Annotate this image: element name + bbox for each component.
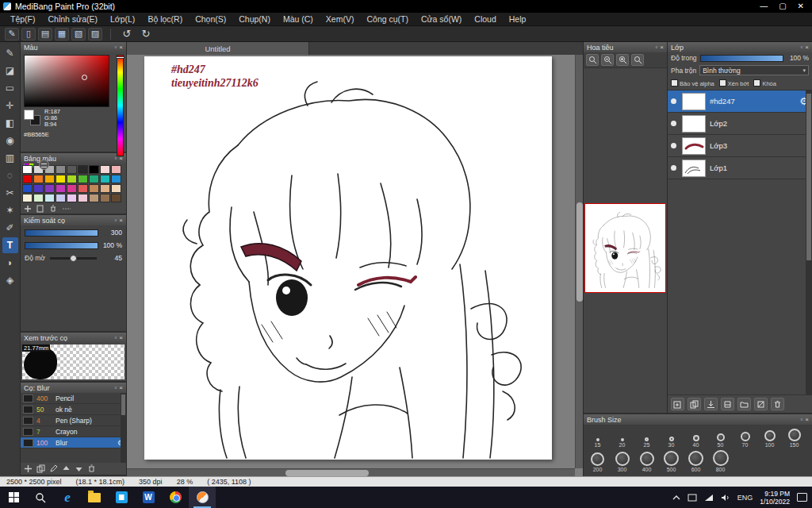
brush-size-150[interactable]: 150	[782, 429, 806, 448]
panel-close-icon[interactable]: ×	[119, 383, 123, 393]
palette-swatch[interactable]	[78, 194, 88, 202]
layer-row-lop1[interactable]: Lớp1	[668, 157, 812, 179]
panel-float-icon[interactable]: ▫	[114, 383, 117, 393]
store-icon[interactable]	[108, 487, 135, 508]
panel-float-icon[interactable]: ▫	[800, 414, 802, 425]
brush-list-scrollbar[interactable]	[121, 393, 126, 463]
palette-swatch[interactable]	[78, 165, 88, 174]
layer-row-hd247[interactable]: #hd247 ⚙	[668, 90, 812, 113]
language-indicator[interactable]: ENG	[737, 494, 753, 502]
palette-swatch[interactable]	[44, 184, 55, 193]
select-rect-tool[interactable]: ▭	[2, 80, 18, 96]
delete-color-icon[interactable]	[49, 205, 57, 213]
material-icon[interactable]: ▧	[71, 28, 86, 40]
brush-size-100[interactable]: 100	[757, 429, 782, 448]
select-ellipse-tool[interactable]: ◌	[2, 167, 18, 183]
saturation-value-picker[interactable]	[24, 55, 109, 107]
duplicate-brush-icon[interactable]	[36, 464, 45, 473]
brush-item-pen-sharp[interactable]: 4 Pen (Sharp)	[21, 415, 126, 426]
minimize-button[interactable]: —	[760, 0, 768, 13]
protect-alpha-checkbox[interactable]: Bảo vệ alpha	[671, 79, 714, 87]
tablet-status-icon[interactable]	[688, 494, 697, 502]
horizontal-scroll-thumb[interactable]	[285, 470, 369, 476]
palette-swatch[interactable]	[111, 165, 121, 174]
canvas-viewport[interactable]: #hd247 tieuyeitinh27112k6	[127, 55, 583, 476]
menu-item[interactable]: Help	[504, 13, 532, 25]
move-tool[interactable]: ✛	[2, 98, 18, 114]
volume-icon[interactable]	[721, 494, 730, 502]
eraser-tool[interactable]: ◪	[2, 63, 18, 79]
grid-icon[interactable]: ▦	[55, 28, 69, 40]
delete-brush-icon[interactable]	[87, 464, 96, 473]
zoom-out-icon[interactable]	[601, 54, 614, 66]
palette-swatch[interactable]	[78, 184, 88, 193]
palette-swatch[interactable]	[89, 175, 99, 183]
bucket-tool[interactable]: ◉	[2, 133, 18, 148]
chrome-icon[interactable]	[162, 487, 189, 508]
menu-item[interactable]: Lớp(L)	[105, 13, 140, 25]
palette-swatch[interactable]	[56, 194, 66, 202]
brush-size-300[interactable]: 300	[610, 450, 634, 472]
clear-layer-icon[interactable]	[754, 398, 768, 410]
fg-bg-color-chips[interactable]	[24, 110, 44, 127]
brush-item-blur-selected[interactable]: 100 Blur ⚙	[21, 437, 126, 448]
action-center-icon[interactable]	[797, 493, 807, 502]
zoom-in-icon[interactable]	[616, 54, 629, 66]
brush-down-icon[interactable]	[75, 464, 83, 473]
brush-edit-icon[interactable]: ✎	[5, 28, 19, 40]
palette-swatch[interactable]	[111, 175, 121, 183]
palette-swatch[interactable]	[111, 194, 121, 202]
zoom-reset-icon[interactable]	[631, 54, 644, 66]
layers-scroll-thumb[interactable]	[806, 94, 811, 260]
table-icon[interactable]: ▨	[88, 28, 102, 40]
menu-item[interactable]: Màu (C)	[278, 13, 319, 25]
palette-swatch[interactable]	[22, 184, 33, 193]
menu-item[interactable]: Bộ lọc(R)	[142, 13, 188, 25]
brush-size-500[interactable]: 500	[659, 450, 684, 472]
brush-size-70[interactable]: 70	[733, 429, 757, 448]
layer-visibility-icon[interactable]	[671, 121, 676, 126]
zoom-fit-icon[interactable]	[586, 54, 599, 66]
canvas-horizontal-scrollbar[interactable]	[127, 468, 575, 476]
redo-button[interactable]: ↻	[138, 28, 154, 40]
layer-visibility-icon[interactable]	[671, 143, 676, 148]
layers-scrollbar[interactable]	[806, 90, 812, 394]
menu-item[interactable]: Tệp(F)	[5, 13, 41, 25]
transfer-layer-icon[interactable]	[721, 398, 734, 410]
delete-layer-icon[interactable]	[771, 398, 784, 410]
menu-item[interactable]: Chỉnh sửa(E)	[43, 13, 103, 25]
undo-button[interactable]: ↺	[119, 28, 135, 40]
palette-swatch[interactable]	[22, 175, 33, 183]
panel-float-icon[interactable]: ▫	[800, 42, 802, 52]
comment-icon[interactable]: ▤	[38, 28, 52, 40]
blur-slider[interactable]	[50, 257, 97, 260]
duplicate-layer-icon[interactable]	[688, 398, 701, 410]
color-sliders-icon[interactable]	[39, 160, 49, 170]
palette-swatch[interactable]	[89, 184, 99, 193]
new-page-icon[interactable]: ▯	[21, 28, 36, 40]
brush-size-40[interactable]: 40	[684, 429, 708, 448]
search-button[interactable]	[27, 487, 54, 508]
close-button[interactable]: ✕	[798, 0, 804, 13]
brush-tool[interactable]: ✎	[2, 45, 18, 61]
menu-item[interactable]: Cửa sổ(W)	[416, 13, 467, 25]
layer-visibility-icon[interactable]	[671, 98, 676, 104]
palette-swatch[interactable]	[67, 184, 77, 193]
network-icon[interactable]	[704, 494, 714, 502]
tray-chevron-up-icon[interactable]	[672, 495, 680, 501]
palette-swatch[interactable]	[89, 194, 99, 202]
brush-size-600[interactable]: 600	[684, 450, 708, 472]
file-explorer-icon[interactable]	[81, 487, 108, 508]
text-tool[interactable]: T	[2, 237, 18, 253]
brush-size-800[interactable]: 800	[708, 450, 733, 472]
palette-swatch[interactable]	[33, 194, 44, 202]
palette-swatch[interactable]	[89, 165, 99, 174]
panel-float-icon[interactable]: ▫	[114, 215, 117, 225]
brush-item-okne[interactable]: 50 ok nè	[21, 404, 126, 415]
palette-swatch[interactable]	[100, 175, 110, 183]
brush-size-200[interactable]: 200	[585, 450, 610, 472]
layer-row-lop2[interactable]: Lớp2	[668, 113, 812, 135]
medibang-taskbar-icon[interactable]	[189, 487, 216, 508]
palette-swatch[interactable]	[33, 184, 44, 193]
canvas-vertical-scrollbar[interactable]	[575, 55, 583, 468]
